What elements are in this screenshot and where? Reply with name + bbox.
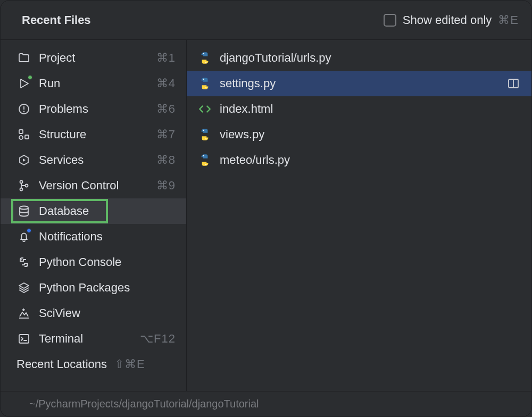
file-item-label: settings.py <box>220 77 498 90</box>
svg-point-24 <box>203 130 204 131</box>
file-path: ~/PycharmProjects/djangoTutorial/djangoT… <box>29 398 259 410</box>
svg-point-19 <box>205 62 206 63</box>
sidebar-item-shortcut: ⌘7 <box>156 128 176 141</box>
python-file-icon <box>197 51 212 65</box>
folder-icon <box>16 51 31 65</box>
sidebar-item-version-control[interactable]: Version Control⌘9 <box>1 173 186 198</box>
sidebar-item-label: Run <box>39 77 149 90</box>
python-file-icon <box>197 153 212 168</box>
python-file-icon <box>197 127 212 142</box>
sidebar-item-project[interactable]: Project⌘1 <box>1 45 186 71</box>
svg-point-4 <box>19 136 23 139</box>
bell-icon <box>16 229 31 244</box>
svg-point-8 <box>26 185 28 187</box>
file-item[interactable]: index.html <box>187 96 531 122</box>
svg-point-18 <box>203 53 204 54</box>
svg-rect-16 <box>19 335 29 343</box>
sciview-icon <box>16 306 31 321</box>
svg-rect-3 <box>19 130 23 134</box>
structure-icon <box>16 127 31 142</box>
show-edited-shortcut: ⌘E <box>498 13 519 27</box>
sidebar-item-notifications[interactable]: Notifications <box>1 224 186 249</box>
sidebar-item-label: Version Control <box>39 179 149 193</box>
sidebar-item-problems[interactable]: Problems⌘6 <box>1 96 186 122</box>
sidebar-item-shortcut: ⌥F12 <box>140 332 176 346</box>
svg-point-26 <box>203 155 204 156</box>
sidebar-item-label: Notifications <box>39 230 176 244</box>
svg-point-20 <box>203 79 204 80</box>
python-file-icon <box>197 76 212 91</box>
sidebar-item-label: Problems <box>39 102 149 116</box>
file-item-label: views.py <box>220 128 521 141</box>
sidebar-item-shortcut: ⌘9 <box>156 179 176 193</box>
run-icon <box>16 76 31 91</box>
svg-point-6 <box>20 181 23 184</box>
sidebar-item-python-console[interactable]: Python Console <box>1 249 186 275</box>
sidebar-item-label: Python Packages <box>39 281 176 295</box>
file-item[interactable]: views.py <box>187 122 531 147</box>
dialog-title: Recent Files <box>22 13 91 27</box>
dialog-header: Recent Files Show edited only ⌘E <box>1 1 531 40</box>
file-item-label: djangoTutorial/urls.py <box>220 51 521 65</box>
file-item[interactable]: meteo/urls.py <box>187 147 531 173</box>
sidebar-item-sciview[interactable]: SciView <box>1 301 186 326</box>
sidebar-item-label: Terminal <box>39 332 132 346</box>
python-console-icon <box>16 255 31 270</box>
sidebar-item-shortcut: ⌘8 <box>156 153 176 167</box>
tool-window-sidebar: Project⌘1Run⌘4Problems⌘6Structure⌘7Servi… <box>1 40 187 391</box>
sidebar-item-shortcut: ⌘6 <box>156 102 176 116</box>
html-file-icon <box>197 102 212 116</box>
file-item-label: index.html <box>220 102 521 116</box>
vcs-icon <box>16 178 31 193</box>
svg-point-25 <box>205 138 206 139</box>
dialog-body: Project⌘1Run⌘4Problems⌘6Structure⌘7Servi… <box>1 40 531 391</box>
sidebar-item-database[interactable]: Database <box>1 198 186 224</box>
sidebar-item-label: SciView <box>39 306 176 320</box>
svg-point-27 <box>205 164 206 165</box>
recent-files-list: djangoTutorial/urls.pysettings.pyindex.h… <box>187 40 531 391</box>
sidebar-item-label: Services <box>39 153 149 167</box>
packages-icon <box>16 280 31 295</box>
sidebar-item-shortcut: ⌘4 <box>156 77 176 90</box>
problems-icon <box>16 102 31 116</box>
recent-locations[interactable]: Recent Locations⇧⌘E <box>1 352 186 377</box>
sidebar-item-shortcut: ⌘1 <box>156 51 176 65</box>
file-item[interactable]: settings.py <box>187 71 531 96</box>
split-right-icon[interactable] <box>506 76 521 91</box>
database-icon <box>16 204 31 219</box>
services-icon <box>16 153 31 168</box>
svg-point-11 <box>21 259 22 260</box>
recent-files-dialog: Recent Files Show edited only ⌘E Project… <box>0 0 532 417</box>
svg-point-2 <box>23 111 24 112</box>
sidebar-item-services[interactable]: Services⌘8 <box>1 147 186 173</box>
svg-rect-5 <box>25 135 29 139</box>
show-edited-label[interactable]: Show edited only <box>403 13 492 27</box>
svg-point-21 <box>205 87 206 88</box>
file-item[interactable]: djangoTutorial/urls.py <box>187 45 531 71</box>
file-item-label: meteo/urls.py <box>220 153 521 167</box>
sidebar-item-terminal[interactable]: Terminal⌥F12 <box>1 326 186 352</box>
recent-locations-shortcut: ⇧⌘E <box>114 357 145 371</box>
sidebar-item-label: Python Console <box>39 255 176 269</box>
dialog-footer: ~/PycharmProjects/djangoTutorial/djangoT… <box>1 391 531 416</box>
svg-point-12 <box>26 265 27 266</box>
sidebar-item-run[interactable]: Run⌘4 <box>1 71 186 96</box>
header-controls: Show edited only ⌘E <box>384 13 519 27</box>
svg-point-7 <box>20 188 23 191</box>
recent-locations-label: Recent Locations <box>16 357 107 371</box>
svg-point-10 <box>20 206 28 210</box>
sidebar-item-label: Structure <box>39 128 149 141</box>
show-edited-checkbox[interactable] <box>384 14 396 27</box>
sidebar-item-structure[interactable]: Structure⌘7 <box>1 122 186 147</box>
sidebar-item-label: Project <box>39 51 149 65</box>
sidebar-item-label: Database <box>39 204 176 218</box>
terminal-icon <box>16 331 31 346</box>
sidebar-item-python-packages[interactable]: Python Packages <box>1 275 186 301</box>
